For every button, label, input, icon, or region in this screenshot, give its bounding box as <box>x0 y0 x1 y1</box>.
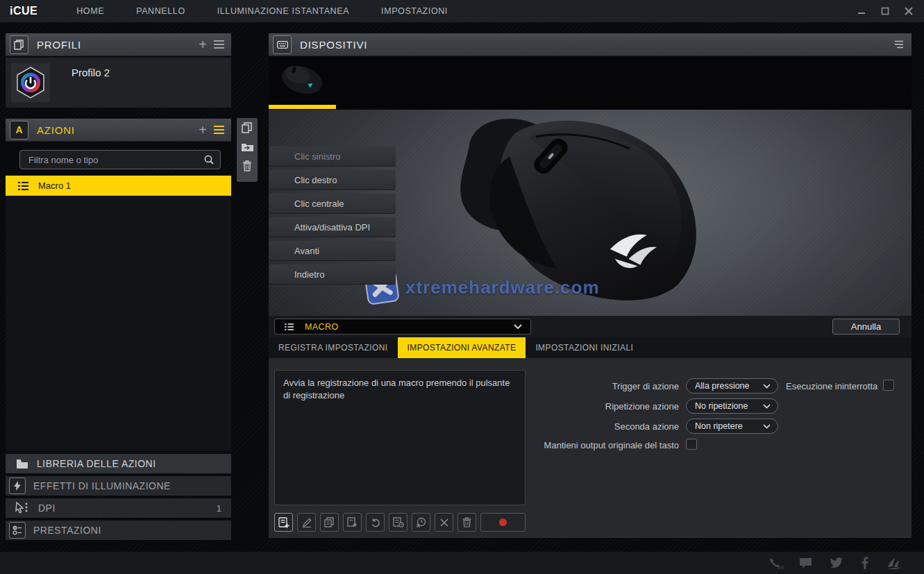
profile-item[interactable]: Profilo 2 <box>6 58 231 108</box>
action-list-area <box>6 196 231 451</box>
dpi-count-badge: 1 <box>217 503 221 514</box>
chevron-down-icon <box>514 324 522 329</box>
watermark-text: xtremehardware.com <box>405 277 600 298</box>
macro-tabs: REGISTRA IMPOSTAZIONI IMPOSTAZIONI AVANZ… <box>269 337 912 358</box>
menu-home[interactable]: HOME <box>76 6 104 16</box>
action-menu-icon[interactable] <box>214 124 224 136</box>
insert-delay-button[interactable] <box>389 513 408 532</box>
dispositivi-title: DISPOSITIVI <box>300 39 367 51</box>
device-tabstrip <box>269 56 912 110</box>
menu-impostazioni[interactable]: IMPOSTAZIONI <box>381 6 448 16</box>
repeat-label: Ripetizione azione <box>547 401 679 412</box>
action-mini-toolbar <box>237 118 258 182</box>
selected-action-type: MACRO <box>305 322 339 332</box>
menu-illuminazione[interactable]: ILLUMINAZIONE ISTANTANEA <box>217 6 349 16</box>
macro-bar: MACRO Annulla <box>269 316 912 337</box>
titlebar: iCUE HOME PANNELLO ILLUMINAZIONE ISTANTA… <box>0 0 924 22</box>
device-tab-mouse[interactable] <box>269 61 336 104</box>
action-item-label: Macro 1 <box>38 180 71 191</box>
sidebar-item-libreria[interactable]: LIBRERIA DELLE AZIONI <box>6 454 231 473</box>
record-button[interactable] <box>480 513 526 532</box>
keep-output-label: Mantieni output originale del tasto <box>512 440 679 450</box>
profile-avatar <box>11 63 50 102</box>
profili-header: PROFILI + <box>6 33 231 56</box>
bottombar: 24 <box>0 552 924 574</box>
keep-output-checkbox[interactable] <box>686 439 697 450</box>
edit-button[interactable] <box>297 513 316 532</box>
sidebar-item-dpi[interactable]: DPI 1 <box>6 498 231 518</box>
support-24-icon[interactable]: 24 <box>768 557 781 569</box>
action-item-macro1[interactable]: Macro 1 <box>6 176 231 196</box>
undo-button[interactable] <box>366 513 385 532</box>
profiles-icon <box>10 35 28 54</box>
device-thumbnail <box>269 61 336 99</box>
second-action-select[interactable]: Non ripetere <box>686 419 778 434</box>
add-event-button[interactable] <box>274 513 293 532</box>
trigger-label: Trigger di azione <box>547 381 679 391</box>
mouse-button-indietro[interactable]: Indietro <box>269 264 396 285</box>
devices-keyboard-icon <box>273 35 292 54</box>
move-to-folder-icon[interactable] <box>242 142 253 151</box>
clear-button[interactable] <box>435 513 453 532</box>
macro-content: Avvia la registrazione di una macro prem… <box>269 358 912 538</box>
filter-input[interactable] <box>27 154 203 166</box>
trigger-select[interactable]: Alla pressione <box>686 378 778 394</box>
facebook-icon[interactable] <box>862 557 868 569</box>
azioni-title: AZIONI <box>37 124 75 136</box>
macro-editor[interactable]: Avvia la registrazione di una macro prem… <box>274 370 526 505</box>
sidebar-item-prestazioni[interactable]: PRESTAZIONI <box>6 521 231 540</box>
device-menu-icon[interactable] <box>893 40 905 49</box>
dpi-cursor-icon <box>15 502 29 514</box>
add-profile-icon[interactable]: + <box>199 38 207 51</box>
chevron-down-icon <box>763 384 771 389</box>
chevron-down-icon <box>763 424 771 429</box>
remove-delays-button[interactable] <box>412 513 430 532</box>
library-folder-icon <box>17 459 28 469</box>
record-icon <box>499 518 507 526</box>
mouse-button-dpi-toggle[interactable]: Attiva/disattiva DPI <box>269 217 396 237</box>
uninterrupted-checkbox[interactable] <box>883 380 894 391</box>
profile-menu-icon[interactable] <box>214 38 224 51</box>
trash-icon[interactable] <box>242 160 252 171</box>
chevron-down-icon <box>763 404 771 409</box>
main-menu: HOME PANNELLO ILLUMINAZIONE ISTANTANEA I… <box>76 6 448 16</box>
add-action-icon[interactable]: + <box>199 124 207 136</box>
repeat-select[interactable]: No ripetizione <box>686 398 778 414</box>
mouse-button-clic-centrale[interactable]: Clic centrale <box>269 194 396 214</box>
macro-type-icon <box>285 323 294 330</box>
actions-icon: A <box>10 121 28 140</box>
mouse-button-avanti[interactable]: Avanti <box>269 241 396 261</box>
action-filter[interactable] <box>19 150 221 169</box>
sidebar-item-effetti[interactable]: EFFETTI DI ILLUMINAZIONE <box>6 476 231 496</box>
cancel-button[interactable]: Annulla <box>832 319 900 335</box>
close-icon[interactable] <box>903 6 914 17</box>
tab-impostazioni-iniziali[interactable]: IMPOSTAZIONI INIZIALI <box>526 337 643 358</box>
window-controls <box>856 0 914 22</box>
minimize-icon[interactable] <box>856 6 867 17</box>
delete-button[interactable] <box>457 513 476 532</box>
watermark: xtremehardware.com <box>362 268 600 307</box>
dispositivi-header: DISPOSITIVI <box>269 33 912 56</box>
corsair-icon[interactable] <box>887 557 902 569</box>
mouse-button-clic-destro[interactable]: Clic destro <box>269 170 396 190</box>
chat-icon[interactable] <box>799 557 812 569</box>
performance-sliders-icon <box>9 522 26 539</box>
azioni-header: A AZIONI + <box>6 119 231 142</box>
menu-pannello[interactable]: PANNELLO <box>136 6 185 16</box>
editor-text: Avvia la registrazione di una macro prem… <box>283 378 510 400</box>
duplicate-icon[interactable] <box>242 122 253 133</box>
mouse-button-clic-sinistro[interactable]: Clic sinistro <box>269 146 396 167</box>
twitter-icon[interactable] <box>830 557 843 568</box>
app-logo: iCUE <box>10 5 37 17</box>
icue-hex-logo <box>15 67 46 99</box>
tab-impostazioni-avanzate[interactable]: IMPOSTAZIONI AVANZATE <box>398 337 526 358</box>
profile-name: Profilo 2 <box>72 67 110 78</box>
paste-button[interactable] <box>343 513 362 532</box>
copy-button[interactable] <box>320 513 339 532</box>
device-preview: xtremehardware.com Clic sinistro Clic de… <box>269 110 912 316</box>
tab-registra-impostazioni[interactable]: REGISTRA IMPOSTAZIONI <box>269 337 398 358</box>
maximize-icon[interactable] <box>880 6 891 17</box>
action-type-select[interactable]: MACRO <box>274 319 531 335</box>
search-icon <box>203 154 215 165</box>
uninterrupted-label: Esecuzione ininterrotta <box>786 381 877 391</box>
